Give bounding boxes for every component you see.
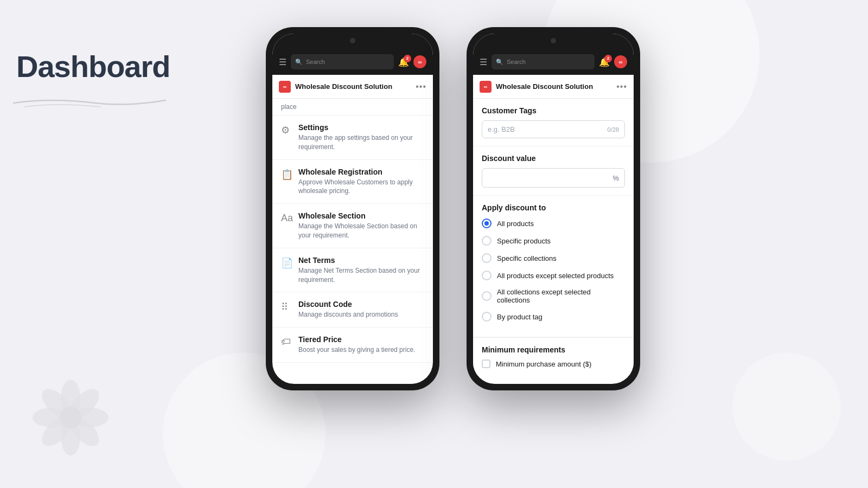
form-content-2: Customer Tags e.g. B2B 0/28 Discount val… xyxy=(473,99,634,376)
phone-mockup-2: ☰ 🔍 Search 🔔 2 ∞ ∞ Wholesale Discount So… xyxy=(467,27,640,390)
app-bar-2: ∞ Wholesale Discount Solution ••• xyxy=(473,75,634,99)
phone-notch-1 xyxy=(326,34,380,43)
menu-item-desc-2: Manage the Wholesale Section based on yo… xyxy=(298,222,424,240)
flower-decoration xyxy=(22,369,119,466)
search-icon-1: 🔍 xyxy=(295,59,303,66)
search-bar-2[interactable]: 🔍 Search xyxy=(492,54,595,69)
search-bar-1[interactable]: 🔍 Search xyxy=(291,54,394,69)
checkbox-label-0: Minimum purchase amount ($) xyxy=(496,360,591,368)
phone-screen-1: ☰ 🔍 Search 🔔 2 ∞ ∞ Wholesale Discount So… xyxy=(272,34,433,384)
menu-item-4[interactable]: ⠿ Discount Code Manage discounts and pro… xyxy=(272,292,433,328)
app-name-2: Wholesale Discount Solution xyxy=(496,82,612,91)
shopify-header-1: ☰ 🔍 Search 🔔 2 ∞ xyxy=(272,49,433,75)
radio-label-3: All products except selected products xyxy=(497,272,614,280)
menu-icon-1[interactable]: ☰ xyxy=(279,57,286,67)
menu-items-list: ⚙ Settings Manage the app settings based… xyxy=(272,115,433,363)
app-logo-2: ∞ xyxy=(480,81,492,93)
radio-option-1[interactable]: Specific products xyxy=(482,236,625,246)
logo-2[interactable]: ∞ xyxy=(614,55,627,68)
menu-item-title-2: Wholesale Section xyxy=(298,211,424,220)
radio-option-3[interactable]: All products except selected products xyxy=(482,271,625,280)
discount-value-input[interactable]: % xyxy=(482,168,625,188)
checkbox-options-list: Minimum purchase amount ($) xyxy=(482,359,625,368)
menu-item-desc-1: Approve Wholesale Customers to apply who… xyxy=(298,178,424,196)
menu-item-0[interactable]: ⚙ Settings Manage the app settings based… xyxy=(272,115,433,160)
menu-content-1: place ⚙ Settings Manage the app settings… xyxy=(272,99,433,363)
menu-item-icon-1: 📋 xyxy=(281,169,292,181)
menu-item-content-0: Settings Manage the app settings based o… xyxy=(298,123,424,152)
menu-item-icon-4: ⠿ xyxy=(281,301,292,313)
menu-item-title-5: Tiered Price xyxy=(298,335,415,344)
radio-circle-3 xyxy=(482,271,492,280)
phone-mockup-1: ☰ 🔍 Search 🔔 2 ∞ ∞ Wholesale Discount So… xyxy=(266,27,439,390)
menu-item-content-4: Discount Code Manage discounts and promo… xyxy=(298,300,398,319)
radio-inner-dot xyxy=(484,221,489,226)
search-text-2: Search xyxy=(507,59,526,65)
menu-item-desc-4: Manage discounts and promotions xyxy=(298,310,398,319)
radio-options-list: All products Specific products Specific … xyxy=(482,219,625,322)
menu-item-1[interactable]: 📋 Wholesale Registration Approve Wholesa… xyxy=(272,160,433,204)
phone-camera-2 xyxy=(551,38,556,43)
shopify-header-2: ☰ 🔍 Search 🔔 2 ∞ xyxy=(473,49,634,75)
title-decoration xyxy=(8,95,171,111)
customer-tags-label: Customer Tags xyxy=(482,106,625,115)
app-menu-dots-2[interactable]: ••• xyxy=(616,82,627,92)
customer-tags-counter: 0/28 xyxy=(608,126,619,133)
menu-item-title-4: Discount Code xyxy=(298,300,398,309)
app-menu-dots-1[interactable]: ••• xyxy=(416,82,426,92)
menu-item-title-1: Wholesale Registration xyxy=(298,168,424,176)
bell-icon-1[interactable]: 🔔 2 xyxy=(398,57,409,67)
radio-label-1: Specific products xyxy=(497,237,551,245)
bell-icon-2[interactable]: 🔔 2 xyxy=(599,57,610,67)
min-req-label: Minimum requirements xyxy=(482,345,625,354)
phone-notch-bar-2 xyxy=(473,34,634,49)
radio-circle-4 xyxy=(482,291,492,301)
menu-item-desc-0: Manage the app settings based on your re… xyxy=(298,133,424,152)
radio-label-4: All collections except selected collecti… xyxy=(497,288,625,304)
notification-badge-1: 2 xyxy=(404,55,411,62)
menu-item-title-3: Net Terms xyxy=(298,256,424,265)
menu-item-title-0: Settings xyxy=(298,123,424,132)
search-icon-2: 🔍 xyxy=(496,59,503,66)
minimum-requirements-section: Minimum requirements Minimum purchase am… xyxy=(473,337,634,376)
menu-item-content-3: Net Terms Manage Net Terms Section based… xyxy=(298,256,424,285)
menu-item-desc-3: Manage Net Terms Section based on your r… xyxy=(298,266,424,285)
menu-item-icon-0: ⚙ xyxy=(281,124,292,136)
menu-item-5[interactable]: 🏷 Tiered Price Boost your sales by givin… xyxy=(272,328,433,363)
svg-point-8 xyxy=(60,407,81,428)
checkbox-box-0 xyxy=(482,359,490,368)
radio-option-5[interactable]: By product tag xyxy=(482,312,625,322)
customer-tags-input[interactable]: e.g. B2B 0/28 xyxy=(482,120,625,138)
app-bar-1: ∞ Wholesale Discount Solution ••• xyxy=(272,75,433,99)
menu-item-icon-3: 📄 xyxy=(281,257,292,269)
menu-item-2[interactable]: Aa Wholesale Section Manage the Wholesal… xyxy=(272,204,433,248)
phone-notch-2 xyxy=(526,34,580,43)
apply-discount-section: Apply discount to All products Specific … xyxy=(473,196,634,337)
apply-discount-label: Apply discount to xyxy=(482,203,625,212)
radio-label-0: All products xyxy=(497,220,534,228)
app-logo-1: ∞ xyxy=(279,81,291,93)
app-name-1: Wholesale Discount Solution xyxy=(295,82,411,91)
menu-item-content-1: Wholesale Registration Approve Wholesale… xyxy=(298,168,424,196)
menu-item-3[interactable]: 📄 Net Terms Manage Net Terms Section bas… xyxy=(272,248,433,293)
scroll-hint-1: place xyxy=(272,99,433,115)
menu-item-icon-5: 🏷 xyxy=(281,336,292,348)
radio-option-2[interactable]: Specific collections xyxy=(482,253,625,263)
discount-value-section: Discount value % xyxy=(473,146,634,195)
menu-item-content-5: Tiered Price Boost your sales by giving … xyxy=(298,335,415,355)
page-title: Dashboard xyxy=(16,49,170,84)
search-text-1: Search xyxy=(306,59,325,65)
dashboard-title-section: Dashboard xyxy=(16,49,170,84)
menu-item-icon-2: Aa xyxy=(281,213,292,224)
checkbox-option-0[interactable]: Minimum purchase amount ($) xyxy=(482,359,625,368)
notification-badge-2: 2 xyxy=(604,55,612,62)
radio-option-4[interactable]: All collections except selected collecti… xyxy=(482,288,625,304)
radio-circle-5 xyxy=(482,312,492,322)
logo-1[interactable]: ∞ xyxy=(413,55,426,68)
menu-item-desc-5: Boost your sales by giving a tiered pric… xyxy=(298,345,415,355)
radio-option-0[interactable]: All products xyxy=(482,219,625,228)
phone-screen-2: ☰ 🔍 Search 🔔 2 ∞ ∞ Wholesale Discount So… xyxy=(473,34,634,384)
menu-icon-2[interactable]: ☰ xyxy=(480,57,487,67)
percent-suffix: % xyxy=(612,174,619,182)
radio-circle-2 xyxy=(482,253,492,263)
